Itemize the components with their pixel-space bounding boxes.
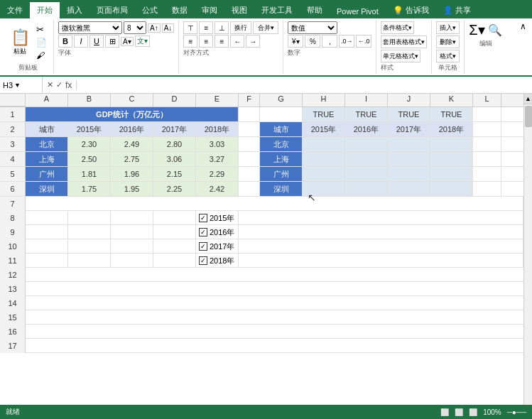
col-header-e[interactable]: E [196,94,239,107]
cell-reference-box[interactable]: H3 ▼ [0,77,43,93]
cell-e3[interactable]: 3.03 [196,137,239,151]
cell-e8[interactable]: ✓ 2015年 [196,211,239,225]
insert-function-icon[interactable]: fx [65,80,72,90]
insert-cell-button[interactable]: 插入▾ [436,21,460,34]
cell-e2[interactable]: 2018年 [196,122,239,136]
cell-e4[interactable]: 3.27 [196,152,239,166]
search-button[interactable]: 🔍 [488,23,502,37]
wrap-text-button[interactable]: 换行 [230,21,251,34]
scrollbar-thumb[interactable] [525,106,532,127]
cell-d2[interactable]: 2017年 [153,122,196,136]
cell-k3[interactable] [430,137,473,151]
italic-button[interactable]: I [74,35,88,48]
cell-i3[interactable] [345,137,388,151]
cell-e5[interactable]: 2.29 [196,167,239,181]
cell-a5[interactable]: 广州 [26,167,68,181]
sigma-button[interactable]: Σ▾ [469,21,484,38]
ribbon-collapse-button[interactable]: ∧ [517,20,529,33]
cell-a3[interactable]: 北京 [26,137,68,151]
tab-file[interactable]: 文件 [0,2,30,18]
cell-h2[interactable]: 2015年 [303,122,345,136]
fill-color-button[interactable]: A▾ [121,37,134,46]
checkbox-2016[interactable]: ✓ [199,228,207,236]
col-header-f[interactable]: F [239,94,260,107]
cell-i4[interactable] [345,152,388,166]
cell-j5[interactable] [388,167,430,181]
merge-button[interactable]: 合并▾ [253,21,278,34]
cell-d5[interactable]: 2.15 [153,167,196,181]
font-color-button[interactable]: 文▾ [135,36,150,47]
cell-a2[interactable]: 城市 [26,122,68,136]
cell-l4[interactable] [473,152,501,166]
confirm-icon[interactable]: ✓ [56,80,63,89]
cell-a1[interactable]: GDP统计（万亿元） [26,107,239,121]
cell-h5[interactable] [303,167,345,181]
checkbox-2015[interactable]: ✓ [199,214,207,222]
cell-l2[interactable] [473,122,501,136]
delete-cell-button[interactable]: 删除▾ [436,36,460,48]
cell-c5[interactable]: 1.96 [111,167,153,181]
cell-c4[interactable]: 2.75 [111,152,153,166]
border-button[interactable]: ⊞ [105,35,119,48]
paste-button[interactable]: 📋 粘贴 [7,27,33,58]
cell-h3[interactable] [303,137,345,151]
cell-l6[interactable] [473,182,501,196]
cell-j1[interactable]: TRUE [388,107,430,121]
cell-f2[interactable] [239,122,260,136]
col-header-c[interactable]: C [111,94,153,107]
cell-f1[interactable] [239,107,260,121]
scrollbar-up-button[interactable]: ▲ [524,94,532,104]
cell-e11[interactable]: ✓ 2018年 [196,254,239,268]
align-left-button[interactable]: ≡ [183,35,197,48]
cell-g4[interactable]: 上海 [260,152,303,166]
number-format-select[interactable]: 数值 [288,21,337,34]
font-size-select[interactable]: 8 [124,21,146,34]
col-header-h[interactable]: H [303,94,345,107]
cell-f4[interactable] [239,152,260,166]
align-center-button[interactable]: ≡ [199,35,213,48]
col-header-i[interactable]: I [345,94,388,107]
cell-j2[interactable]: 2017年 [388,122,430,136]
tab-help[interactable]: 帮助 [300,2,330,18]
cell-j4[interactable] [388,152,430,166]
font-size-up-button[interactable]: A↑ [148,23,161,33]
tab-view[interactable]: 视图 [224,2,254,18]
col-header-d[interactable]: D [153,94,196,107]
cell-a6[interactable]: 深圳 [26,182,68,196]
cell-h6[interactable] [303,182,345,196]
col-header-k[interactable]: K [430,94,473,107]
col-header-b[interactable]: B [68,94,111,107]
cell-d4[interactable]: 3.06 [153,152,196,166]
copy-button[interactable]: 📄 [34,37,49,48]
view-layout-button[interactable]: ⬜ [455,408,463,416]
align-top-button[interactable]: ⊤ [183,21,197,34]
cancel-icon[interactable]: ✕ [47,80,53,89]
cell-k6[interactable] [430,182,473,196]
cell-e6[interactable]: 2.42 [196,182,239,196]
cell-l5[interactable] [473,167,501,181]
currency-button[interactable]: ¥▾ [288,35,303,48]
cell-l1[interactable] [473,107,501,121]
cell-c3[interactable]: 2.49 [111,137,153,151]
table-format-button[interactable]: 套用表格格式▾ [381,36,427,48]
tab-power-pivot[interactable]: Power Pivot [330,4,386,18]
percent-button[interactable]: % [305,35,320,48]
checkbox-2017[interactable]: ✓ [199,242,207,251]
cell-b4[interactable]: 2.50 [68,152,111,166]
cell-g1[interactable] [260,107,303,121]
cell-g3[interactable]: 北京 [260,137,303,151]
cell-b2[interactable]: 2015年 [68,122,111,136]
col-header-l[interactable]: L [473,94,501,107]
cell-g2[interactable]: 城市 [260,122,303,136]
vertical-scrollbar[interactable]: ▲ ▼ [523,94,532,419]
cell-a4[interactable]: 上海 [26,152,68,166]
align-bottom-button[interactable]: ⊥ [215,21,229,34]
cell-i2[interactable]: 2016年 [345,122,388,136]
cell-style-button[interactable]: 单元格格式▾ [381,50,420,62]
cell-k4[interactable] [430,152,473,166]
cell-j6[interactable] [388,182,430,196]
checkbox-2018[interactable]: ✓ [199,256,207,265]
cell-e9[interactable]: ✓ 2016年 [196,225,239,239]
cell-h4[interactable] [303,152,345,166]
format-painter-button[interactable]: 🖌 [34,50,49,61]
